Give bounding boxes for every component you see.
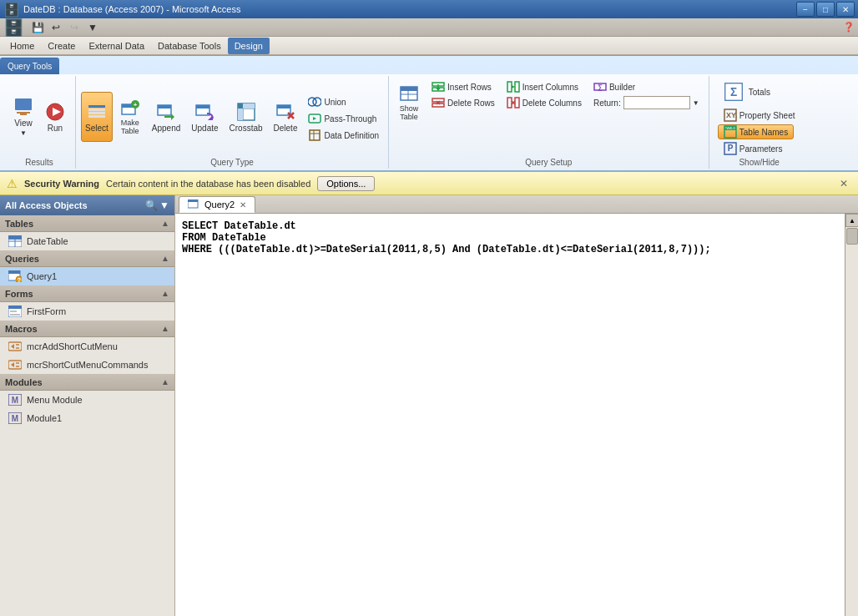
- svg-rect-25: [238, 109, 243, 120]
- undo-button[interactable]: ↩: [48, 20, 64, 35]
- nav-query1-label: Query1: [27, 271, 57, 281]
- svg-rect-27: [277, 105, 290, 109]
- select-icon: [87, 102, 107, 122]
- nav-macro1-label: mcrAddShortCutMenu: [27, 341, 118, 351]
- nav-item-firstform[interactable]: FirstForm: [0, 302, 174, 321]
- forms-collapse-icon: ▲: [161, 289, 169, 298]
- return-button[interactable]: Return: ▼: [589, 95, 704, 110]
- delete-label: Delete: [274, 124, 298, 133]
- scroll-track[interactable]: [845, 227, 858, 616]
- menu-create[interactable]: Create: [41, 38, 82, 54]
- svg-rect-46: [432, 104, 444, 107]
- return-input[interactable]: [623, 96, 690, 109]
- nav-header-label: All Access Objects: [5, 200, 88, 210]
- data-definition-label: Data Definition: [324, 131, 379, 140]
- parameters-button[interactable]: P Parameters: [718, 141, 789, 156]
- make-table-button[interactable]: + MakeTable: [115, 92, 145, 142]
- options-button[interactable]: Options...: [317, 176, 375, 191]
- menu-database-tools[interactable]: Database Tools: [151, 38, 228, 54]
- union-button[interactable]: Union: [304, 94, 383, 109]
- setup-small-buttons: Insert Rows Delete Rows: [427, 79, 499, 110]
- nav-search-icon[interactable]: 🔍: [145, 199, 158, 211]
- delete-rows-button[interactable]: Delete Rows: [427, 95, 499, 110]
- insert-rows-button[interactable]: Insert Rows: [427, 79, 499, 94]
- scroll-up-button[interactable]: ▲: [845, 214, 858, 227]
- delete-columns-button[interactable]: Delete Columns: [502, 95, 586, 110]
- scroll-thumb[interactable]: [846, 228, 858, 245]
- make-table-icon: +: [120, 98, 140, 118]
- table-names-button[interactable]: TABLE Table Names: [718, 124, 794, 139]
- insert-rows-icon: [432, 80, 445, 93]
- tables-collapse-icon: ▲: [161, 219, 169, 228]
- macro-icon-1: [8, 340, 22, 353]
- svg-text:P: P: [727, 144, 733, 153]
- setup-small-buttons-2: Insert Columns Delete Columns: [502, 79, 586, 110]
- query-editor[interactable]: SELECT DateTable.dtFROM DateTableWHERE (…: [175, 214, 845, 616]
- nav-item-macro1[interactable]: mcrAddShortCutMenu: [0, 337, 174, 356]
- nav-item-menu-module[interactable]: M Menu Module: [0, 391, 174, 409]
- query-type-buttons: Select + MakeTable: [81, 78, 383, 156]
- view-button[interactable]: View ▼: [8, 92, 38, 142]
- menu-external-data[interactable]: External Data: [82, 38, 151, 54]
- append-label: Append: [152, 124, 180, 133]
- nav-menu-icon[interactable]: ▼: [159, 199, 169, 211]
- data-definition-button[interactable]: Data Definition: [304, 128, 383, 143]
- totals-icon: Σ: [724, 82, 744, 102]
- nav-section-queries[interactable]: Queries ▲: [0, 250, 174, 267]
- nav-section-macros[interactable]: Macros ▲: [0, 321, 174, 337]
- svg-rect-6: [88, 109, 105, 111]
- security-icon: ⚠: [7, 177, 18, 190]
- nav-section-modules[interactable]: Modules ▲: [0, 374, 174, 391]
- nav-item-module1[interactable]: M Module1: [0, 409, 174, 427]
- save-button[interactable]: 💾: [29, 20, 46, 35]
- customize-quick-access-button[interactable]: ▼: [84, 20, 101, 35]
- builder-icon: ∑: [593, 80, 607, 93]
- maximize-button[interactable]: □: [816, 2, 835, 17]
- redo-button[interactable]: ↪: [66, 20, 83, 35]
- data-definition-icon: [308, 129, 321, 142]
- property-sheet-button[interactable]: XYZ Property Sheet: [718, 108, 801, 123]
- nav-section-forms[interactable]: Forms ▲: [0, 285, 174, 302]
- run-button[interactable]: Run: [40, 92, 70, 142]
- union-label: Union: [324, 98, 346, 107]
- ribbon-group-query-type: Select + MakeTable: [76, 76, 389, 169]
- minimize-button[interactable]: −: [796, 2, 815, 17]
- update-button[interactable]: Update: [187, 92, 222, 142]
- menu-design[interactable]: Design: [228, 38, 270, 54]
- quick-access-toolbar: 🗄️ 💾 ↩ ↪ ▼ ❓: [0, 18, 858, 37]
- nav-item-query1[interactable]: ? Query1: [0, 267, 174, 285]
- nav-item-datetable[interactable]: DateTable: [0, 232, 174, 250]
- queries-collapse-icon: ▲: [161, 254, 169, 263]
- ribbon-group-show-hide: Σ Totals XYZ Property Sheet: [709, 76, 810, 169]
- tab-close-button[interactable]: ✕: [240, 200, 246, 210]
- totals-button[interactable]: Σ Totals: [718, 78, 776, 106]
- svg-rect-34: [310, 130, 320, 140]
- close-security-bar-button[interactable]: ✕: [836, 177, 851, 190]
- return-dropdown-icon[interactable]: ▼: [693, 99, 699, 107]
- nav-item-macro2[interactable]: mcrShortCutMenuCommands: [0, 356, 174, 374]
- svg-text:M: M: [12, 396, 18, 405]
- close-button[interactable]: ✕: [836, 2, 855, 17]
- delete-button[interactable]: Delete: [270, 92, 302, 142]
- nav-section-tables[interactable]: Tables ▲: [0, 215, 174, 232]
- svg-rect-38: [401, 87, 417, 91]
- pass-through-label: Pass-Through: [324, 114, 376, 124]
- parameters-label: Parameters: [739, 144, 783, 154]
- builder-button[interactable]: ∑ Builder: [589, 79, 704, 94]
- menu-home[interactable]: Home: [3, 38, 41, 54]
- append-button[interactable]: Append: [148, 92, 184, 142]
- select-button[interactable]: Select: [81, 92, 113, 142]
- tab-query2[interactable]: Query2 ✕: [179, 196, 255, 213]
- tab-query-tools[interactable]: Query Tools: [0, 58, 59, 74]
- macros-section-label: Macros: [5, 324, 38, 334]
- query-area: SELECT DateTable.dtFROM DateTableWHERE (…: [175, 214, 858, 616]
- property-sheet-label: Property Sheet: [739, 111, 795, 120]
- module-icon-2: M: [8, 412, 22, 425]
- results-group-label: Results: [25, 158, 53, 167]
- insert-columns-button[interactable]: Insert Columns: [502, 79, 586, 94]
- svg-rect-18: [196, 105, 209, 109]
- show-table-button[interactable]: ShowTable: [394, 78, 424, 128]
- crosstab-button[interactable]: Crosstab: [225, 92, 267, 142]
- nav-macro2-label: mcrShortCutMenuCommands: [27, 360, 149, 370]
- pass-through-button[interactable]: Pass-Through: [304, 111, 383, 126]
